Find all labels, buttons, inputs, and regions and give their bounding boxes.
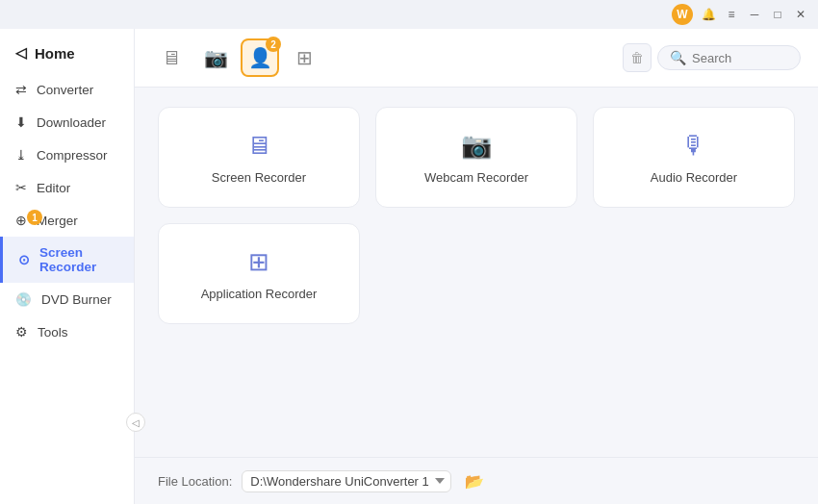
merger-badge: 1 [27, 210, 42, 225]
tab-webcam-recorder[interactable]: 📷 [196, 38, 235, 77]
app-recorder-card-label: Application Recorder [201, 287, 318, 301]
clear-button[interactable]: 🗑 [623, 43, 652, 72]
file-location-label: File Location: [158, 474, 232, 489]
file-location-select[interactable]: D:\Wondershare UniConverter 1 [242, 470, 451, 492]
close-button[interactable]: ✕ [793, 7, 808, 22]
webcam-recorder-card[interactable]: 📷 Webcam Recorder [375, 107, 577, 208]
sidebar-item-label: Editor [37, 181, 70, 195]
sidebar-item-label: DVD Burner [41, 292, 112, 307]
tab-screen-recorder[interactable]: 🖥 [152, 38, 191, 77]
search-input[interactable] [692, 51, 788, 65]
screen-recorder-card-icon: 🖥 [246, 131, 271, 161]
tab-app-recorder[interactable]: 👤 2 [241, 38, 279, 77]
sidebar-item-dvd-burner[interactable]: 💿 DVD Burner [0, 283, 134, 315]
dvd-burner-icon: 💿 [15, 291, 32, 307]
sidebar-item-converter[interactable]: ⇄ Converter [0, 73, 134, 106]
sidebar-item-compressor[interactable]: ⤓ Compressor [0, 139, 134, 171]
folder-icon: 📂 [465, 472, 484, 491]
app-recorder-card-icon: ⊞ [248, 247, 269, 277]
main-content: 🖥 📷 👤 2 ⊞ 🗑 🔍 [135, 29, 818, 504]
merger-icon: ⊕ [15, 213, 27, 228]
audio-recorder-card-icon: 🎙 [681, 131, 706, 161]
screen-recorder-card-label: Screen Recorder [212, 170, 306, 185]
audio-recorder-card[interactable]: 🎙 Audio Recorder [593, 107, 795, 208]
recorder-grid: 🖥 Screen Recorder 📷 Webcam Recorder 🎙 Au… [135, 88, 818, 457]
audio-recorder-card-label: Audio Recorder [651, 170, 737, 185]
search-box: 🔍 [657, 45, 801, 70]
sidebar-home[interactable]: ◁ Home [0, 37, 134, 73]
compressor-icon: ⤓ [15, 147, 27, 163]
sidebar-collapse-button[interactable]: ◁ [126, 413, 145, 432]
sidebar-item-label: Merger [37, 214, 78, 228]
sidebar-item-editor[interactable]: ✂ Editor [0, 171, 134, 204]
sidebar-item-label: Screen Recorder [39, 245, 118, 274]
profile-icon[interactable]: W [672, 4, 693, 25]
app-recorder-card[interactable]: ⊞ Application Recorder [158, 223, 360, 324]
search-icon: 🔍 [670, 50, 686, 65]
sidebar-item-label: Converter [37, 83, 93, 97]
webcam-tab-icon: 📷 [204, 46, 228, 69]
sidebar-item-label: Compressor [37, 148, 108, 163]
menu-icon[interactable]: ≡ [724, 7, 739, 22]
converter-icon: ⇄ [15, 82, 27, 97]
screen-recorder-card[interactable]: 🖥 Screen Recorder [158, 107, 360, 208]
sidebar-item-merger[interactable]: ⊕ Merger 1 [0, 204, 134, 237]
sidebar-item-label: Tools [38, 325, 68, 340]
minimize-button[interactable]: ─ [747, 7, 762, 22]
more-tab-icon: ⊞ [296, 46, 313, 69]
bell-icon[interactable]: 🔔 [701, 7, 716, 22]
toolbar: 🖥 📷 👤 2 ⊞ 🗑 🔍 [135, 29, 818, 88]
tab-badge: 2 [266, 37, 281, 52]
webcam-recorder-card-label: Webcam Recorder [424, 170, 528, 185]
maximize-button[interactable]: □ [770, 7, 785, 22]
downloader-icon: ⬇ [15, 114, 27, 130]
tab-more[interactable]: ⊞ [285, 38, 323, 77]
title-bar: W 🔔 ≡ ─ □ ✕ [0, 0, 818, 29]
sidebar: ◁ Home ⇄ Converter ⬇ Downloader ⤓ Compre… [0, 29, 135, 504]
home-label: Home [35, 45, 75, 62]
grid-row-2: ⊞ Application Recorder [158, 223, 795, 324]
sidebar-item-screen-recorder[interactable]: ⊙ Screen Recorder [0, 237, 134, 283]
open-folder-button[interactable]: 📂 [461, 467, 488, 494]
screen-recorder-icon: ⊙ [18, 252, 30, 267]
webcam-recorder-card-icon: 📷 [461, 131, 492, 161]
sidebar-item-downloader[interactable]: ⬇ Downloader [0, 106, 134, 139]
footer: File Location: D:\Wondershare UniConvert… [135, 457, 818, 504]
tools-icon: ⚙ [15, 324, 28, 340]
grid-row-1: 🖥 Screen Recorder 📷 Webcam Recorder 🎙 Au… [158, 107, 795, 208]
title-bar-controls: W 🔔 ≡ ─ □ ✕ [672, 4, 808, 25]
sidebar-item-label: Downloader [37, 115, 106, 130]
editor-icon: ✂ [15, 180, 27, 195]
home-icon: ◁ [15, 44, 27, 62]
sidebar-item-tools[interactable]: ⚙ Tools [0, 315, 134, 348]
trash-icon: 🗑 [630, 50, 644, 65]
main-layout: ◁ Home ⇄ Converter ⬇ Downloader ⤓ Compre… [0, 29, 818, 504]
screen-tab-icon: 🖥 [162, 47, 181, 69]
